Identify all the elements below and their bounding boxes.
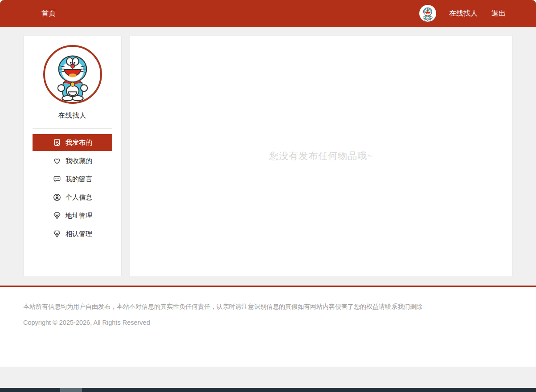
profile-avatar (43, 45, 102, 104)
page: 首页 (0, 0, 536, 392)
document-check-icon (53, 138, 61, 147)
gem-v-icon (53, 211, 61, 220)
empty-state-message: 您没有发布任何物品哦~ (269, 150, 373, 162)
gem-v-icon (53, 229, 61, 238)
menu-item-label: 我收藏的 (65, 157, 92, 165)
comment-dots-icon (53, 175, 61, 184)
page-footer: 本站所有信息均为用户自由发布，本站不对信息的真实性负任何责任，认亲时请注意识别信… (0, 287, 536, 367)
nav-home-link[interactable]: 首页 (41, 9, 56, 18)
heart-icon (53, 156, 61, 165)
main-panel: 您没有发布任何物品哦~ (130, 36, 513, 276)
doraemon-avatar-image (51, 53, 94, 102)
menu-item-label: 地址管理 (65, 212, 92, 220)
menu-item-label: 相认管理 (65, 230, 92, 238)
content-area: 在线找人 我发布的我收藏的我的留言个人信息地址管理相认管理 您没有发布任何物品哦… (0, 27, 536, 286)
logout-link[interactable]: 退出 (491, 9, 506, 18)
bottom-window-edge (0, 388, 536, 392)
sidebar-menu: 我发布的我收藏的我的留言个人信息地址管理相认管理 (24, 134, 121, 244)
user-link[interactable]: 在线找人 (449, 9, 478, 18)
footer-copyright: Copyright © 2025-2026, All Rights Reserv… (23, 319, 513, 326)
doraemon-avatar-image (421, 7, 434, 22)
bottom-edge-highlight (60, 388, 82, 392)
bottom-spacer (0, 367, 536, 388)
top-navbar: 首页 (0, 0, 536, 27)
sidebar-menu-item-4[interactable]: 个人信息 (33, 189, 112, 206)
profile-username: 在线找人 (24, 111, 121, 120)
sidebar-menu-item-2[interactable]: 我收藏的 (33, 152, 112, 169)
sidebar-menu-item-1[interactable]: 我发布的 (33, 134, 112, 151)
sidebar-menu-item-6[interactable]: 相认管理 (33, 225, 112, 242)
sidebar: 在线找人 我发布的我收藏的我的留言个人信息地址管理相认管理 (23, 36, 122, 276)
sidebar-menu-item-3[interactable]: 我的留言 (33, 171, 112, 188)
menu-item-label: 我发布的 (65, 139, 92, 147)
footer-disclaimer: 本站所有信息均为用户自由发布，本站不对信息的真实性负任何责任，认亲时请注意识别信… (23, 303, 513, 311)
topbar-right: 在线找人 退出 (419, 5, 506, 22)
sidebar-divider (33, 128, 112, 129)
menu-item-label: 我的留言 (65, 175, 92, 184)
user-avatar[interactable] (419, 5, 436, 22)
user-circle-icon (53, 193, 61, 202)
menu-item-label: 个人信息 (65, 193, 92, 202)
sidebar-menu-item-5[interactable]: 地址管理 (33, 207, 112, 224)
